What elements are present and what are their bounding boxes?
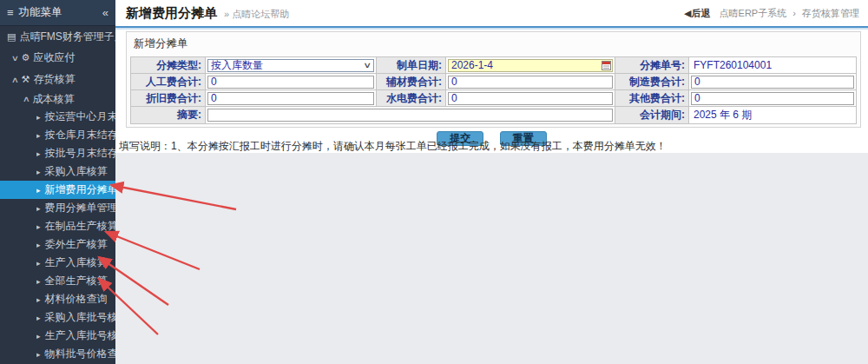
summary-input[interactable] xyxy=(207,109,613,122)
caret-right-icon: ▸ xyxy=(36,222,41,231)
other-total-input[interactable] xyxy=(691,92,854,105)
sidebar-item-label: 委外生产核算 xyxy=(45,237,108,252)
aux-total-label: 辅材费合计: xyxy=(377,74,446,90)
sidebar-item[interactable]: ▸采购入库核算 xyxy=(0,162,115,181)
summary-label: 摘要: xyxy=(131,107,206,124)
sidebar-item[interactable]: ▸费用分摊单管理 xyxy=(0,199,115,217)
sidebar-item[interactable]: ▸物料批号价格查询 xyxy=(0,345,115,363)
aux-total-input[interactable] xyxy=(448,76,613,89)
sidebar-item-label: 采购入库核算 xyxy=(45,164,108,179)
depr-total-label: 折旧费合计: xyxy=(131,90,206,107)
sidebar-item-label: 新增费用分摊单 xyxy=(45,182,115,197)
labor-total-label: 人工费合计: xyxy=(131,74,206,90)
allocation-form: 分摊类型: 按入库数量 ∨ 制单日期: xyxy=(130,56,857,124)
subsystem-icon: ▤ xyxy=(7,31,16,43)
fill-instructions: 填写说明：1、本分摊按汇报工时进行分摊时，请确认本月每张工单已经报工完成，如果没… xyxy=(119,139,865,154)
allocation-type-label: 分摊类型: xyxy=(131,57,206,74)
sidebar-item-label: 生产入库批号核算 xyxy=(45,328,115,343)
caret-right-icon: ▸ xyxy=(36,131,41,140)
caret-right-icon: ▸ xyxy=(36,204,41,213)
other-total-label: 其他费合计: xyxy=(615,90,689,107)
chevron-up-icon: ∧ xyxy=(23,95,30,103)
sidebar-item[interactable]: ▸按仓库月末结存 xyxy=(0,126,115,144)
sidebar-item-label: 采购入库批号核算 xyxy=(45,310,115,325)
panel-title: 新增分摊单 xyxy=(127,32,860,51)
sidebar-item[interactable]: ▸材料价格查询 xyxy=(0,290,115,308)
back-button[interactable]: ◀后退 xyxy=(684,7,710,20)
sidebar-item-label: 全部生产核算 xyxy=(45,274,108,288)
sidebar-item[interactable]: ▸生产入库批号核算 xyxy=(0,327,115,345)
breadcrumb-separator: › xyxy=(792,8,796,18)
breadcrumb-trail: 点晴ERP子系统 › 存货核算管理 xyxy=(720,7,859,20)
allocation-type-value: 按入库数量 xyxy=(211,58,263,73)
sidebar-item-label: 生产入库核算 xyxy=(45,255,108,270)
caret-right-icon: ▸ xyxy=(36,113,41,122)
collapse-sidebar-icon[interactable]: « xyxy=(102,6,108,19)
calendar-icon[interactable] xyxy=(602,61,611,70)
form-row: 折旧费合计: 水电费合计: 其他费合计: xyxy=(131,90,857,107)
sidebar-item-label: 费用分摊单管理 xyxy=(45,201,115,215)
mfg-total-label: 制造费合计: xyxy=(615,74,689,90)
new-allocation-panel: 新增分摊单 分摊类型: 按入库数量 ∨ 制单日期: xyxy=(126,31,861,128)
sidebar-item-label: 成本核算 xyxy=(33,92,75,107)
sidebar-item-label: 材料价格查询 xyxy=(45,292,108,307)
menu-icon[interactable]: ≡ xyxy=(7,6,14,19)
main-header: 新增费用分摊单 » 点晴论坛帮助 ◀后退 点晴ERP子系统 › 存货核算管理 xyxy=(115,0,868,26)
doc-date-input[interactable] xyxy=(448,59,613,72)
sidebar-item-active[interactable]: ▸新增费用分摊单 xyxy=(0,181,115,199)
caret-right-icon: ▸ xyxy=(36,277,41,286)
content-background xyxy=(115,153,868,364)
sidebar-item[interactable]: ▸委外生产核算 xyxy=(0,235,115,254)
sidebar-item[interactable]: ▸按运营中心月末结存 xyxy=(0,108,115,126)
sidebar-item-label: 按批号月末结存 xyxy=(45,146,115,161)
sidebar-item-label: 按仓库月末结存 xyxy=(45,128,115,142)
sidebar-item[interactable]: ▸生产入库核算 xyxy=(0,254,115,272)
util-total-input[interactable] xyxy=(448,92,613,105)
sidebar-item[interactable]: ▤点晴FMS财务管理子系统 xyxy=(0,26,115,47)
sidebar-item[interactable]: ∨⚙应收应付 xyxy=(0,47,115,69)
sidebar-header: ≡ 功能菜单 « xyxy=(0,0,115,26)
sidebar-item[interactable]: ▸全部生产核算 xyxy=(0,272,115,290)
caret-right-icon: ▸ xyxy=(36,314,41,322)
forum-help-link[interactable]: » 点晴论坛帮助 xyxy=(224,8,289,21)
sidebar-menu: ▤点晴FMS财务管理子系统∨⚙应收应付∧⚒存货核算∧成本核算▸按运营中心月末结存… xyxy=(0,26,115,363)
caret-right-icon: ▸ xyxy=(36,149,41,158)
sidebar-item-label: 应收应付 xyxy=(33,50,75,65)
sidebar-item[interactable]: ▸在制品生产核算 xyxy=(0,217,115,235)
sidebar-title: 功能菜单 xyxy=(19,5,102,20)
caret-right-icon: ▸ xyxy=(36,295,41,304)
caret-right-icon: ▸ xyxy=(36,350,41,359)
caret-right-icon: ▸ xyxy=(36,186,41,195)
gear-icon: ⚙ xyxy=(22,52,30,63)
sidebar-item-label: 按运营中心月末结存 xyxy=(45,109,115,124)
sidebar-item[interactable]: ∧成本核算 xyxy=(0,90,115,108)
labor-total-input[interactable] xyxy=(207,76,374,89)
breadcrumb-item-module[interactable]: 存货核算管理 xyxy=(802,8,859,18)
app-window: ≡ 功能菜单 « ▤点晴FMS财务管理子系统∨⚙应收应付∧⚒存货核算∧成本核算▸… xyxy=(0,0,868,364)
sidebar-item-label: 在制品生产核算 xyxy=(45,219,115,234)
caret-right-icon: ▸ xyxy=(36,168,41,176)
sidebar-item[interactable]: ▸按批号月末结存 xyxy=(0,144,115,162)
caret-right-icon: ▸ xyxy=(36,259,41,268)
form-row: 分摊类型: 按入库数量 ∨ 制单日期: xyxy=(131,57,857,74)
chevron-down-icon: ∨ xyxy=(364,61,372,69)
doc-no-label: 分摊单号: xyxy=(615,57,689,74)
sidebar: ≡ 功能菜单 « ▤点晴FMS财务管理子系统∨⚙应收应付∧⚒存货核算∧成本核算▸… xyxy=(0,0,115,364)
chevron-down-icon: ∨ xyxy=(11,54,19,63)
form-row: 人工费合计: 辅材费合计: 制造费合计: xyxy=(131,74,857,90)
sidebar-item-label: 点晴FMS财务管理子系统 xyxy=(19,30,115,44)
doc-date-label: 制单日期: xyxy=(377,57,446,74)
sidebar-item[interactable]: ∧⚒存货核算 xyxy=(0,69,115,90)
chevron-up-icon: ∧ xyxy=(11,76,19,84)
period-value: 2025 年 6 期 xyxy=(689,107,857,124)
breadcrumb: ◀后退 点晴ERP子系统 › 存货核算管理 xyxy=(684,0,859,26)
sidebar-item-label: 物料批号价格查询 xyxy=(45,347,115,361)
caret-right-icon: ▸ xyxy=(36,241,41,249)
mfg-total-input[interactable] xyxy=(691,76,854,89)
depr-total-input[interactable] xyxy=(207,92,374,105)
util-total-label: 水电费合计: xyxy=(377,90,446,107)
breadcrumb-item-system[interactable]: 点晴ERP子系统 xyxy=(720,8,787,18)
sidebar-item[interactable]: ▸采购入库批号核算 xyxy=(0,308,115,327)
doc-no-value: FYFT260104001 xyxy=(689,57,857,74)
allocation-type-select[interactable]: 按入库数量 ∨ xyxy=(207,59,374,72)
